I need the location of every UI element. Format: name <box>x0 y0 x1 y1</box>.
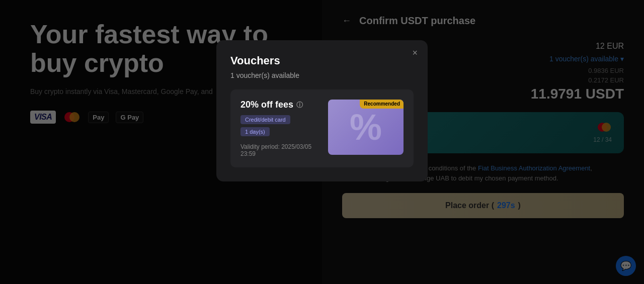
voucher-discount: 20% off fees ⓘ <box>240 100 320 110</box>
voucher-card[interactable]: 20% off fees ⓘ Credit/debit card 1 day(s… <box>230 89 414 167</box>
modal-title: Vouchers <box>230 54 414 67</box>
voucher-percent-display: % <box>350 109 382 145</box>
recommended-badge: Recommended <box>360 100 404 109</box>
tag-duration: 1 day(s) <box>240 127 270 136</box>
modal-overlay: × Vouchers 1 voucher(s) available 20% of… <box>0 0 644 284</box>
tag-card: Credit/debit card <box>240 115 290 124</box>
voucher-info: 20% off fees ⓘ Credit/debit card 1 day(s… <box>240 100 320 157</box>
vouchers-modal: × Vouchers 1 voucher(s) available 20% of… <box>216 40 428 181</box>
voucher-image: Recommended % <box>328 100 404 155</box>
modal-close-button[interactable]: × <box>412 48 418 57</box>
validity-text: Validity period: 2025/03/05 23:59 <box>240 143 320 157</box>
info-icon[interactable]: ⓘ <box>296 101 303 110</box>
modal-available: 1 voucher(s) available <box>230 71 414 79</box>
voucher-tags: Credit/debit card 1 day(s) <box>240 115 320 136</box>
